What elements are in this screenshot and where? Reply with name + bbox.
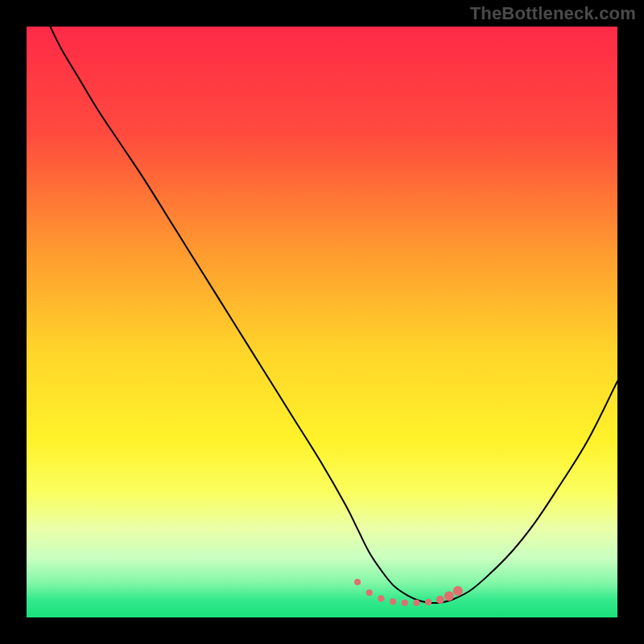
highlight-dot — [378, 596, 384, 602]
highlight-dot — [402, 600, 408, 606]
bottleneck-chart — [27, 27, 617, 617]
gradient-background — [27, 27, 617, 617]
highlight-dot — [413, 600, 419, 606]
highlight-dot — [436, 596, 444, 604]
highlight-dot — [444, 592, 454, 601]
chart-frame: TheBottleneck.com — [0, 0, 644, 644]
highlight-dot — [366, 589, 373, 596]
plot-area — [27, 27, 617, 617]
highlight-dot — [425, 599, 431, 605]
highlight-dot — [453, 586, 463, 596]
watermark-label: TheBottleneck.com — [470, 3, 636, 24]
highlight-dot — [390, 598, 396, 605]
highlight-dot — [354, 579, 361, 585]
